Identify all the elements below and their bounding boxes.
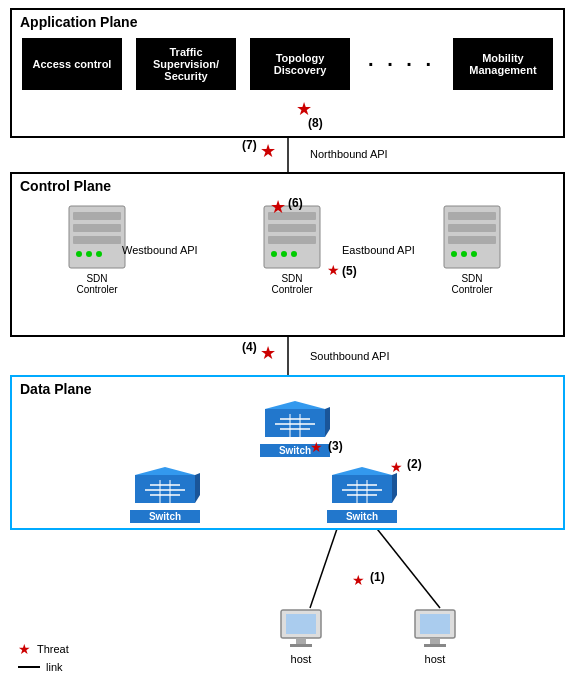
app-boxes-container: Access control Traffic Supervision/ Secu… xyxy=(12,34,563,94)
number-6: (6) xyxy=(288,196,303,210)
legend-link: link xyxy=(18,661,69,673)
host-right: host xyxy=(410,608,460,665)
svg-marker-45 xyxy=(332,475,392,503)
diagram-container: Application Plane Access control Traffic… xyxy=(0,0,577,685)
sdn-right-label: SDNControler xyxy=(442,273,502,295)
switch-left-label: Switch xyxy=(130,510,200,523)
svg-point-20 xyxy=(281,251,287,257)
legend: ★ Threat link xyxy=(18,641,69,673)
threat-star-3: ★ xyxy=(310,439,323,455)
svg-point-14 xyxy=(96,251,102,257)
switch-svg-top xyxy=(260,399,330,441)
app-box-traffic: Traffic Supervision/ Security xyxy=(136,38,236,90)
application-plane: Application Plane Access control Traffic… xyxy=(10,8,565,138)
svg-point-12 xyxy=(76,251,82,257)
sdn-left-label: SDNControler xyxy=(67,273,127,295)
star-icon-7: ★ xyxy=(260,140,276,162)
app-box-access: Access control xyxy=(22,38,122,90)
svg-marker-46 xyxy=(332,467,392,475)
data-plane: Data Plane Switch xyxy=(10,375,565,530)
switch-svg-right xyxy=(327,465,397,507)
star-icon-3: ★ xyxy=(310,439,323,455)
svg-marker-30 xyxy=(265,401,325,409)
svg-marker-38 xyxy=(135,467,195,475)
threat-star-7: ★ xyxy=(260,140,276,162)
northbound-api-label: Northbound API xyxy=(310,148,388,160)
number-3: (3) xyxy=(328,439,343,453)
threat-star-4: ★ xyxy=(260,342,276,364)
threat-star-5: ★ xyxy=(327,262,340,278)
threat-star-2: ★ xyxy=(390,459,403,475)
legend-link-label: link xyxy=(46,661,63,673)
legend-threat-label: Threat xyxy=(37,643,69,655)
host-left: host xyxy=(276,608,326,665)
svg-line-6 xyxy=(310,520,340,608)
svg-rect-17 xyxy=(268,224,316,232)
threat-star-6: ★ xyxy=(270,196,286,218)
number-2: (2) xyxy=(407,457,422,471)
svg-rect-54 xyxy=(286,614,316,634)
svg-point-13 xyxy=(86,251,92,257)
svg-line-7 xyxy=(370,520,440,608)
westbound-api-label: Westbound API xyxy=(122,244,198,256)
svg-marker-29 xyxy=(265,409,325,437)
svg-point-27 xyxy=(461,251,467,257)
number-8: (8) xyxy=(308,116,323,130)
svg-rect-25 xyxy=(448,236,496,244)
host-left-label: host xyxy=(276,653,326,665)
svg-rect-10 xyxy=(73,224,121,232)
number-7: (7) xyxy=(242,138,257,152)
svg-rect-55 xyxy=(296,638,306,644)
svg-marker-37 xyxy=(135,475,195,503)
data-plane-title: Data Plane xyxy=(12,377,563,401)
svg-rect-60 xyxy=(424,644,446,647)
svg-rect-11 xyxy=(73,236,121,244)
legend-threat: ★ Threat xyxy=(18,641,69,657)
host-svg-right xyxy=(410,608,460,650)
eastbound-api-label: Eastbound API xyxy=(342,244,415,256)
number-1: (1) xyxy=(370,570,385,584)
server-svg-left xyxy=(67,204,127,274)
svg-rect-23 xyxy=(448,212,496,220)
svg-rect-56 xyxy=(290,644,312,647)
svg-point-21 xyxy=(291,251,297,257)
svg-rect-9 xyxy=(73,212,121,220)
number-4: (4) xyxy=(242,340,257,354)
svg-marker-31 xyxy=(325,407,330,437)
star-icon-5: ★ xyxy=(327,262,340,278)
svg-marker-47 xyxy=(392,473,397,503)
switch-svg-left xyxy=(130,465,200,507)
app-box-mobility: Mobility Management xyxy=(453,38,553,90)
server-svg-right xyxy=(442,204,502,274)
app-box-topology: Topology Discovery xyxy=(250,38,350,90)
svg-point-26 xyxy=(451,251,457,257)
app-plane-title: Application Plane xyxy=(12,10,563,34)
host-svg-left xyxy=(276,608,326,650)
switch-right-label: Switch xyxy=(327,510,397,523)
svg-point-19 xyxy=(271,251,277,257)
svg-rect-59 xyxy=(430,638,440,644)
switch-bottom-right: Switch xyxy=(327,465,397,523)
star-icon-1: ★ xyxy=(352,572,365,588)
svg-marker-39 xyxy=(195,473,200,503)
host-right-label: host xyxy=(410,653,460,665)
southbound-api-label: Southbound API xyxy=(310,350,390,362)
threat-star-1: ★ xyxy=(352,572,365,588)
star-icon-2: ★ xyxy=(390,459,403,475)
star-icon-6: ★ xyxy=(270,196,286,218)
star-icon-4: ★ xyxy=(260,342,276,364)
control-plane: Control Plane SDNControler xyxy=(10,172,565,337)
switch-bottom-left: Switch xyxy=(130,465,200,523)
control-plane-title: Control Plane xyxy=(12,174,563,198)
svg-rect-24 xyxy=(448,224,496,232)
dots-separator: · · · · xyxy=(364,53,439,76)
svg-rect-58 xyxy=(420,614,450,634)
sdn-center-label: SDNControler xyxy=(262,273,322,295)
svg-rect-18 xyxy=(268,236,316,244)
sdn-controller-right: SDNControler xyxy=(442,204,502,295)
number-5: (5) xyxy=(342,264,357,278)
svg-point-28 xyxy=(471,251,477,257)
legend-star-icon: ★ xyxy=(18,641,31,657)
legend-line-icon xyxy=(18,666,40,668)
sdn-controller-left: SDNControler xyxy=(67,204,127,295)
